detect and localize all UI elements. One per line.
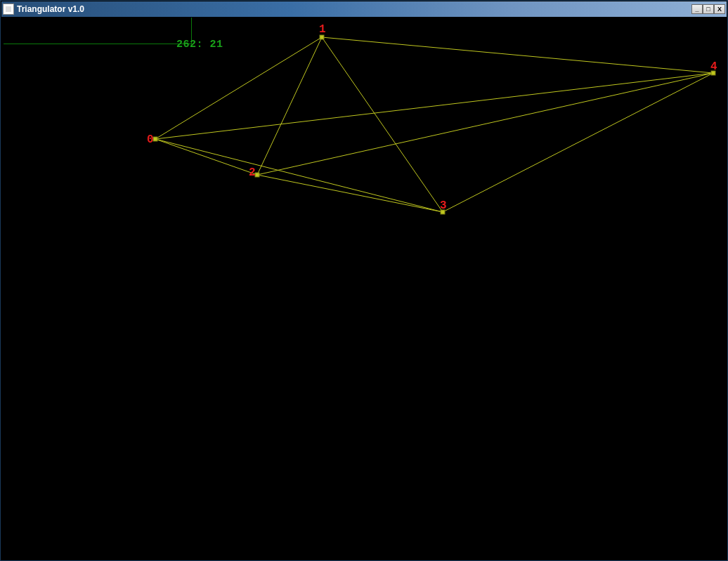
app-window: Triangulator v1.0 _ □ X 262: 21 01234 [0,0,728,561]
window-controls: _ □ X [691,4,725,14]
maximize-button[interactable]: □ [703,4,714,14]
vertex-label: 3 [440,199,447,212]
edge [257,73,713,175]
edge [155,37,322,139]
edge [322,37,713,73]
edge [257,37,322,175]
edge [155,139,257,175]
window-title: Triangulator v1.0 [17,4,84,14]
vertex-label: 2 [249,166,256,179]
vertex-point[interactable] [255,173,259,177]
minimize-button[interactable]: _ [691,4,703,14]
graph-canvas[interactable] [4,18,724,557]
edge [443,73,713,212]
vertex-label: 1 [319,23,326,36]
vertex-label: 0 [147,133,154,146]
vertex-point[interactable] [153,137,157,141]
titlebar[interactable]: Triangulator v1.0 _ □ X [1,1,727,17]
vertex-label: 4 [710,60,717,73]
edge [257,175,443,212]
edge [155,73,713,139]
app-icon [3,4,14,15]
close-button[interactable]: X [714,4,725,14]
canvas-area[interactable]: 262: 21 01234 [4,18,724,557]
